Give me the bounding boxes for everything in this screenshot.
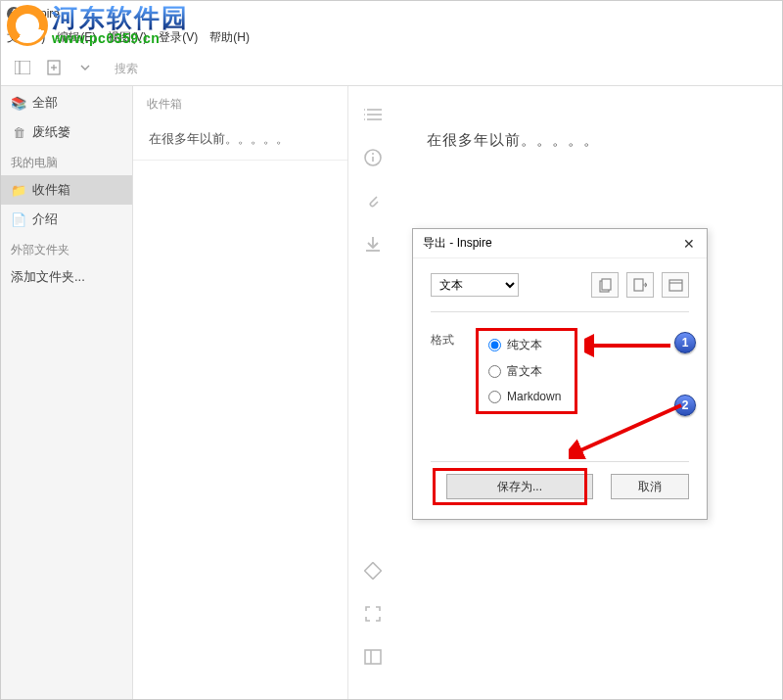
sidebar-item-label: 收件箱	[32, 181, 70, 199]
format-label: 格式	[431, 328, 454, 414]
menubar: 文件(F) 编辑(E) 视图(V) 登录(V) 帮助(H)	[1, 25, 782, 49]
radio-plain[interactable]: 纯文本	[488, 337, 561, 353]
menu-file[interactable]: 文件(F)	[7, 29, 45, 46]
radio-plain-input[interactable]	[488, 339, 501, 351]
save-as-button[interactable]: 保存为...	[446, 474, 593, 499]
rotate-icon[interactable]	[362, 560, 384, 582]
sidebar-item-inbox[interactable]: 📁 收件箱	[1, 175, 132, 205]
arrow-down-icon[interactable]	[73, 56, 97, 79]
search-box	[115, 59, 281, 76]
svg-rect-17	[365, 650, 381, 664]
svg-point-9	[364, 114, 365, 116]
window-icon[interactable]	[662, 272, 689, 298]
list-item[interactable]: 在很多年以前。。。。。	[133, 118, 347, 161]
window-title: Inspire	[24, 7, 60, 21]
sidebar-toggle-icon[interactable]	[11, 56, 34, 79]
trash-icon: 🗑	[11, 124, 26, 140]
sidebar-item-label: 介绍	[32, 210, 58, 228]
radio-rich-input[interactable]	[488, 365, 501, 378]
info-icon[interactable]	[362, 147, 384, 168]
sidebar-item-trash[interactable]: 🗑 废纸篓	[1, 117, 132, 147]
sidebar-item-intro[interactable]: 📄 介绍	[1, 205, 132, 234]
svg-point-10	[364, 118, 365, 120]
annotation-badge-1: 1	[674, 332, 696, 353]
format-radio-group: 纯文本 富文本 Markdown	[476, 328, 577, 414]
doc-icon: 📄	[11, 211, 26, 227]
export-type-select[interactable]: 文本	[431, 273, 519, 297]
sidebar: 📚 全部 🗑 废纸篓 我的电脑 📁 收件箱 📄 介绍 外部文件夹 添加文件夹..…	[1, 86, 133, 699]
fullscreen-icon[interactable]	[362, 603, 384, 625]
svg-point-12	[372, 153, 374, 155]
svg-rect-21	[634, 279, 643, 291]
new-doc-icon[interactable]	[42, 56, 66, 79]
toolbar	[1, 49, 782, 86]
sidebar-item-label: 废纸篓	[32, 123, 70, 141]
svg-rect-20	[602, 279, 611, 290]
radio-md-input[interactable]	[488, 391, 501, 403]
menu-login[interactable]: 登录(V)	[159, 29, 198, 46]
dialog-title: 导出 - Inspire	[423, 235, 492, 252]
folder-icon: 📁	[11, 182, 26, 198]
list-icon[interactable]	[362, 104, 384, 125]
dialog-titlebar: 导出 - Inspire ✕	[413, 229, 707, 258]
svg-rect-0	[15, 61, 30, 74]
copy-icon[interactable]	[591, 272, 619, 298]
titlebar: f Inspire	[1, 1, 782, 25]
split-icon[interactable]	[362, 646, 384, 668]
cancel-button[interactable]: 取消	[611, 474, 689, 499]
search-input[interactable]	[115, 62, 281, 75]
sidebar-item-all[interactable]: 📚 全部	[1, 88, 132, 117]
close-icon[interactable]: ✕	[679, 234, 699, 254]
menu-edit[interactable]: 编辑(E)	[57, 29, 96, 46]
sidebar-item-add-folder[interactable]: 添加文件夹...	[1, 262, 132, 292]
stack-icon: 📚	[11, 95, 26, 111]
annotation-badge-2: 2	[674, 395, 696, 416]
sidebar-header-ext: 外部文件夹	[1, 234, 132, 262]
download-icon[interactable]	[362, 233, 384, 255]
radio-rich[interactable]: 富文本	[488, 363, 561, 380]
sidebar-header-pc: 我的电脑	[1, 147, 132, 175]
list-header: 收件箱	[133, 86, 347, 118]
menu-view[interactable]: 视图(V)	[108, 29, 147, 46]
attach-icon[interactable]	[362, 190, 384, 211]
radio-markdown[interactable]: Markdown	[488, 390, 561, 403]
sidebar-item-label: 全部	[32, 94, 58, 112]
app-icon: f	[7, 7, 21, 21]
svg-point-8	[364, 109, 365, 111]
svg-rect-16	[365, 563, 382, 580]
svg-rect-22	[669, 280, 682, 291]
content-tools	[348, 86, 397, 699]
sidebar-item-label: 添加文件夹...	[11, 268, 85, 286]
list-pane: 收件箱 在很多年以前。。。。。	[133, 86, 348, 699]
export-file-icon[interactable]	[626, 272, 654, 298]
export-dialog: 导出 - Inspire ✕ 文本 格式 纯文本	[412, 228, 708, 520]
menu-help[interactable]: 帮助(H)	[209, 29, 250, 46]
